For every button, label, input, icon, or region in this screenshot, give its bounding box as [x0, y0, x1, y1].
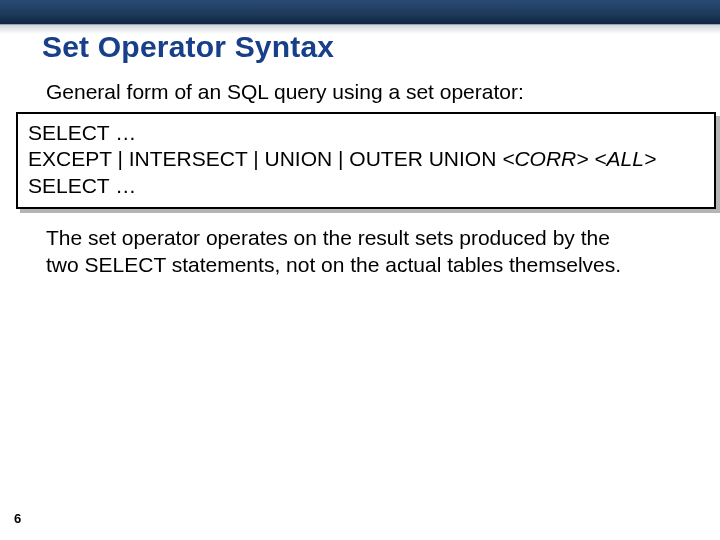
body-paragraph: The set operator operates on the result …	[46, 225, 626, 279]
page-number: 6	[14, 511, 21, 526]
code-line-2-plain: EXCEPT | INTERSECT | UNION | OUTER UNION	[28, 147, 502, 170]
header-banner	[0, 0, 720, 25]
code-line-1: SELECT …	[28, 120, 704, 146]
code-line-3: SELECT …	[28, 173, 704, 199]
slide-subtitle: General form of an SQL query using a set…	[46, 80, 524, 104]
slide-title: Set Operator Syntax	[42, 30, 334, 64]
code-line-2-italic: <CORR> <ALL>	[502, 147, 656, 170]
syntax-box: SELECT … EXCEPT | INTERSECT | UNION | OU…	[16, 112, 716, 209]
code-line-2: EXCEPT | INTERSECT | UNION | OUTER UNION…	[28, 146, 704, 172]
